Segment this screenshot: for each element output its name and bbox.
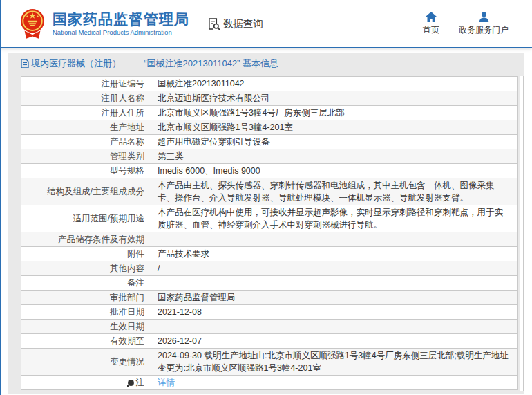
row-value: 2021-12-08: [151, 305, 517, 319]
row-label: 注册人住所: [21, 106, 151, 120]
row-value: [151, 320, 517, 333]
row-value: 北京市顺义区顺强路1号3幢4-201室: [151, 120, 517, 134]
top-nav: 首页 政务服务门户: [423, 12, 509, 36]
row-label: 产品储存条件及有效期: [21, 232, 151, 246]
table-row: 有效期至2026-12-07: [21, 334, 517, 349]
brand: 国家药品监督管理局 National Medical Products Admi…: [53, 11, 189, 36]
breadcrumb: 境内医疗器械（注册） —— “国械注准20213011042” 基本信息: [8, 53, 524, 75]
table-row: 变更情况2024-09-30 载明生产地址由:北京市顺义区顺强路1号3幢4号厂房…: [21, 349, 517, 376]
row-label: 审批部门: [21, 291, 151, 304]
table-row: 注详情: [21, 376, 517, 390]
nav-item-home[interactable]: 首页: [423, 12, 439, 36]
table-row: 生效日期: [21, 320, 517, 334]
row-value: 超声用电磁定位穿刺引导设备: [151, 135, 517, 149]
row-label: 产品名称: [21, 135, 151, 149]
table-row: 审批部门国家药品监督管理局: [21, 291, 517, 305]
table-row: 注册人住所北京市顺义区顺强路1号3幢4号厂房东侧三层北部: [21, 106, 517, 120]
table-row: 注册证编号国械注准20213011042: [21, 77, 517, 91]
row-label: 适用范围/预期用途: [21, 205, 151, 232]
row-value: 本产品在医疗机构中使用，可接收并显示超声影像，实时显示穿刺路径和穿刺靶点，用于实…: [151, 205, 517, 232]
table-row: 注册人名称北京迈迪斯医疗技术有限公司: [21, 91, 517, 106]
row-label: 生产地址: [21, 120, 151, 134]
national-emblem-icon: [19, 8, 46, 39]
nav-label-portal: 政务服务门户: [459, 24, 509, 36]
table-row: 附件产品技术要求: [21, 247, 517, 261]
row-value: 详情: [151, 376, 517, 389]
row-label: 注册证编号: [21, 77, 151, 91]
row-label: 型号规格: [21, 164, 151, 178]
document-icon: [21, 59, 29, 68]
row-value: 北京迈迪斯医疗技术有限公司: [151, 91, 517, 105]
note-icon: [128, 380, 134, 386]
row-value: 北京市顺义区顺强路1号3幢4号厂房东侧三层北部: [151, 106, 517, 120]
table-row: 其他内容/: [21, 261, 517, 276]
nav-item-portal[interactable]: 政务服务门户: [459, 12, 509, 36]
page-left-edge: [0, 0, 1, 395]
row-label: 其他内容: [21, 261, 151, 275]
row-value: Imedis 6000、Imedis 9000: [151, 164, 517, 178]
table-row: 型号规格Imedis 6000、Imedis 9000: [21, 164, 517, 178]
data-query-label: 数据查询: [223, 17, 263, 30]
table-row: 产品名称超声用电磁定位穿刺引导设备: [21, 135, 517, 149]
row-label: 有效期至: [21, 334, 151, 348]
row-value: [151, 232, 517, 246]
data-query-button[interactable]: 数据查询: [207, 17, 263, 30]
table-row: 管理类别第三类: [21, 149, 517, 164]
user-icon: [479, 12, 489, 22]
table-row: 适用范围/预期用途本产品在医疗机构中使用，可接收并显示超声影像，实时显示穿刺路径…: [21, 205, 517, 232]
info-table: 注册证编号国械注准20213011042注册人名称北京迈迪斯医疗技术有限公司注册…: [21, 76, 518, 390]
table-row: 备注: [21, 276, 517, 291]
nav-label-home: 首页: [423, 24, 439, 36]
row-value: /: [151, 261, 517, 275]
row-label: 备注: [21, 276, 151, 290]
content-container: 境内医疗器械（注册） —— “国械注准20213011042” 基本信息 注册证…: [8, 53, 524, 394]
site-header: 国家药品监督管理局 National Medical Products Admi…: [0, 0, 532, 48]
row-value: 2024-09-30 载明生产地址由:北京市顺义区顺强路1号3幢4号厂房东侧三层…: [151, 349, 517, 375]
breadcrumb-text: 境内医疗器械（注册） —— “国械注准20213011042” 基本信息: [31, 53, 278, 75]
row-value: 产品技术要求: [151, 247, 517, 261]
row-value: 本产品由主机、探头传感器、穿刺针传感器和电池组成，其中主机包含一体机、图像采集卡…: [151, 178, 517, 205]
detail-link[interactable]: 详情: [158, 376, 175, 389]
scrollbar[interactable]: [520, 76, 524, 391]
row-value: 国械注准20213011042: [151, 77, 517, 91]
row-label: 生效日期: [21, 320, 151, 333]
row-label: 批准日期: [21, 305, 151, 319]
row-label: 变更情况: [21, 349, 151, 375]
row-label: 管理类别: [21, 149, 151, 163]
table-row: 产品储存条件及有效期: [21, 232, 517, 247]
row-label: 结构及组成/主要组成成分: [21, 178, 151, 205]
row-value: [151, 276, 517, 290]
table-row: 结构及组成/主要组成成分本产品由主机、探头传感器、穿刺针传感器和电池组成，其中主…: [21, 178, 517, 205]
table-row: 生产地址北京市顺义区顺强路1号3幢4-201室: [21, 120, 517, 135]
row-value: 2026-12-07: [151, 334, 517, 348]
row-value: 国家药品监督管理局: [151, 291, 517, 304]
table-row: 批准日期2021-12-08: [21, 305, 517, 320]
row-label: 注册人名称: [21, 91, 151, 105]
home-icon: [426, 12, 437, 22]
row-label: 附件: [21, 247, 151, 261]
row-value: 第三类: [151, 149, 517, 163]
site-title: 国家药品监督管理局: [53, 11, 189, 28]
document-search-icon: [207, 17, 220, 30]
row-label: 注: [21, 376, 151, 389]
site-subtitle: National Medical Products Administration: [53, 28, 189, 36]
